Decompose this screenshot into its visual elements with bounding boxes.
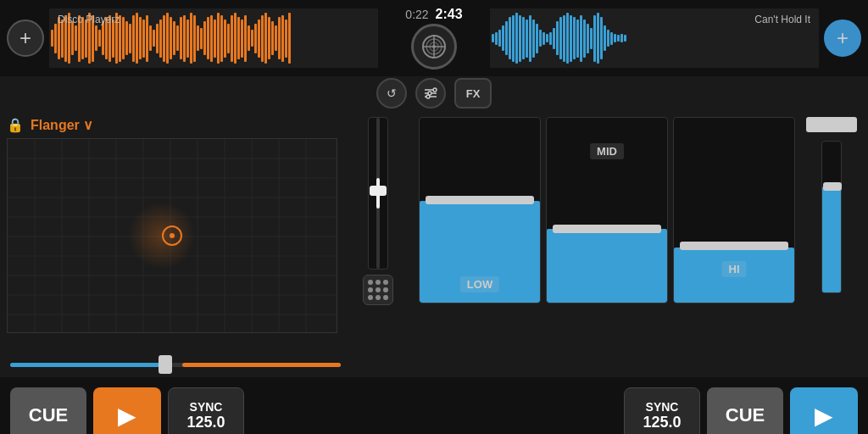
top-crossfader-handle[interactable] — [806, 117, 857, 132]
fader-handle-left[interactable] — [370, 186, 387, 196]
fx-button[interactable]: FX — [454, 78, 492, 108]
fx-grid[interactable] — [7, 138, 337, 333]
eq-column-mid: MID — [546, 117, 668, 345]
fx-pad: 🔒 Flanger ∨ — [7, 117, 337, 345]
fader-track-left — [376, 118, 380, 269]
sync-label-left: SYNC — [190, 400, 223, 414]
add-left-button[interactable]: + — [7, 19, 44, 57]
main-area: 🔒 Flanger ∨ — [0, 110, 868, 352]
crossfader-right-fill — [182, 363, 341, 367]
vfader-right-fill — [822, 186, 841, 292]
top-bar: + Disco Playerz 0:22 2:43 Can't Hold It — [0, 0, 868, 76]
svg-point-12 — [426, 95, 430, 98]
sync-label-right: SYNC — [646, 400, 679, 414]
platters-button[interactable] — [411, 24, 457, 70]
fx-dropdown-icon: ∨ — [83, 118, 93, 132]
eq-low-label: LOW — [460, 276, 499, 292]
track-name-right: Can't Hold It — [754, 14, 810, 25]
eq-fader-mid[interactable]: MID — [546, 117, 668, 303]
waveform-right[interactable]: Can't Hold It — [490, 8, 819, 68]
cue-button-left[interactable]: CUE — [10, 387, 86, 434]
loop-icon: ↺ — [387, 86, 397, 100]
fx-dot-inner — [170, 233, 175, 238]
crossfader-row — [0, 352, 868, 377]
svg-point-5 — [432, 45, 436, 48]
vfader-right-handle[interactable] — [823, 182, 842, 191]
track-name-left: Disco Playerz — [58, 14, 120, 25]
add-right-button[interactable]: + — [824, 19, 861, 57]
crossfader-track — [10, 363, 341, 367]
center-controls: 0:22 2:43 — [383, 7, 485, 70]
eq-fader-low[interactable]: LOW — [419, 117, 541, 303]
eq-hi-label: HI — [722, 261, 747, 277]
vertical-fader-left[interactable] — [368, 117, 388, 270]
sync-value-right: 125.0 — [643, 414, 681, 431]
crossfader-left-fill — [10, 363, 169, 367]
svg-point-10 — [433, 88, 437, 92]
mid-toolbar: ↺ FX — [0, 76, 868, 110]
bottom-bar: CUE ▶ SYNC 125.0 SYNC 125.0 CUE ▶ — [0, 377, 868, 434]
time-elapsed: 0:22 — [405, 8, 428, 21]
play-button-left[interactable]: ▶ — [93, 387, 161, 434]
lock-icon: 🔒 — [7, 117, 24, 133]
fx-dot — [162, 225, 182, 246]
eq-section: LOW MID HI — [419, 117, 795, 345]
eq-handle-hi[interactable] — [680, 242, 788, 250]
time-remaining: 2:43 — [436, 7, 463, 22]
cue-button-right[interactable]: CUE — [707, 387, 783, 434]
vertical-fader-right[interactable] — [821, 141, 842, 293]
eq-button[interactable] — [415, 78, 446, 108]
grid-icon-button[interactable] — [363, 275, 393, 305]
right-column — [802, 117, 861, 345]
sync-button-left[interactable]: SYNC 125.0 — [168, 387, 244, 434]
crossfader-thumb[interactable] — [159, 355, 172, 374]
eq-handle-low[interactable] — [426, 196, 534, 204]
sync-value-left: 125.0 — [186, 414, 225, 431]
eq-mid-label: MID — [590, 143, 624, 159]
center-column — [344, 117, 412, 345]
time-display: 0:22 2:43 — [405, 7, 462, 22]
fx-name[interactable]: Flanger ∨ — [31, 117, 93, 133]
loop-button[interactable]: ↺ — [376, 78, 407, 108]
sync-button-right[interactable]: SYNC 125.0 — [624, 387, 700, 434]
fx-header: 🔒 Flanger ∨ — [7, 117, 337, 133]
crossfader-container — [10, 356, 341, 373]
fx-label: FX — [466, 87, 481, 100]
eq-column-hi: HI — [673, 117, 795, 345]
eq-column-low: LOW — [419, 117, 541, 345]
eq-fader-hi[interactable]: HI — [673, 117, 795, 303]
play-button-right[interactable]: ▶ — [790, 387, 858, 434]
eq-handle-mid[interactable] — [553, 225, 661, 233]
waveform-left[interactable]: Disco Playerz — [49, 8, 378, 68]
dots-grid — [368, 280, 388, 300]
